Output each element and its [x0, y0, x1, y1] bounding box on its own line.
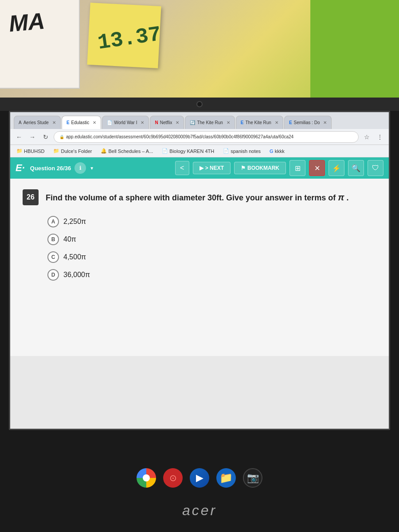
tab-kiterun1-close[interactable]: ✕	[227, 120, 230, 125]
lightning-icon: ⚡	[332, 164, 341, 172]
bookmark-kkkk[interactable]: G kkkk	[267, 148, 287, 155]
period: .	[346, 193, 348, 202]
tab-semilias-close[interactable]: ✕	[323, 120, 327, 125]
taskbar-folder-icon[interactable]: 📁	[216, 468, 236, 488]
bookmark-bell[interactable]: 🔔 Bell Schedules – A...	[98, 147, 156, 155]
taskbar-chrome-icon[interactable]	[137, 468, 156, 488]
bookmarks-bar: 📁 HBUHSD 📁 Dulce's Folder 🔔 Bell Schedul…	[10, 145, 389, 157]
tab-edulastic[interactable]: E Edulastic ✕	[62, 116, 101, 129]
tab-aeries[interactable]: A Aeries Stude ✕	[14, 116, 61, 129]
bookmark-bell-label: Bell Schedules – A...	[108, 149, 153, 154]
bookmark-hbuhsd[interactable]: 📁 HBUHSD	[14, 147, 47, 155]
tab-edulastic-icon: E	[66, 120, 70, 125]
taskbar-red-icon[interactable]: ⊙	[163, 468, 183, 488]
extensions-button[interactable]: ⋮	[375, 132, 385, 142]
taskbar-video-icon[interactable]: 📷	[243, 468, 262, 488]
video-icon-symbol: 📷	[247, 472, 259, 484]
back-button[interactable]: ←	[14, 132, 24, 142]
tab-kiterun2[interactable]: E The Kite Run ✕	[236, 116, 283, 129]
bookmark-dulce[interactable]: 📁 Dulce's Folder	[51, 147, 94, 155]
forward-button[interactable]: →	[27, 132, 38, 142]
tab-kiterun1[interactable]: 🔄 The Kite Run ✕	[185, 116, 235, 129]
next-icon: ▶	[200, 165, 203, 171]
tab-worldwar-close[interactable]: ✕	[141, 120, 144, 125]
option-b[interactable]: B 40π	[47, 234, 376, 245]
option-d-value: 36,000π	[63, 271, 90, 279]
tab-semilias-icon: E	[289, 120, 292, 125]
question-number: 26	[23, 189, 39, 205]
question-header: 26 Find the volume of a sphere with diam…	[23, 189, 376, 205]
laptop-bottom: ⊙ ▶ 📁 📷 acer	[0, 434, 399, 532]
tab-netflix-label: Netflix	[160, 120, 172, 125]
tab-aeries-icon: A	[19, 120, 22, 125]
tab-edulastic-close[interactable]: ✕	[93, 120, 96, 125]
option-d[interactable]: D 36,000π	[47, 269, 376, 281]
bookmark-spanish[interactable]: 📄 spanish notes	[220, 147, 263, 155]
tab-worldwar-label: World War I	[114, 120, 137, 125]
bookmark-dulce-label: Dulce's Folder	[61, 149, 92, 154]
camera	[196, 101, 203, 107]
laptop-bezel-top	[0, 98, 399, 111]
tab-semilias-label: Semilias : Do	[294, 120, 320, 125]
pi-symbol: π	[338, 192, 344, 202]
tab-netflix-icon: N	[155, 120, 158, 125]
bookmark-biology-icon: 📄	[162, 148, 168, 154]
folder-icon-symbol: 📁	[219, 472, 233, 484]
bookmark-button[interactable]: ⚑ BOOKMARK	[234, 162, 286, 174]
option-a[interactable]: A 2,250π	[47, 216, 376, 227]
tab-kiterun1-label: The Kite Run	[197, 120, 223, 125]
play-icon-symbol: ▶	[196, 472, 203, 484]
option-c-circle: C	[47, 251, 59, 263]
bookmark-bell-icon: 🔔	[101, 148, 107, 154]
next-button[interactable]: ▶ > NEXT	[193, 162, 231, 174]
question-counter: Question 26/36	[30, 165, 71, 172]
option-c-value: 4,500π	[63, 253, 86, 261]
search-button[interactable]: 🔍	[348, 160, 364, 176]
green-area	[310, 0, 399, 102]
info-button[interactable]: ℹ	[74, 162, 86, 174]
tab-worldwar[interactable]: 📄 World War I ✕	[102, 116, 149, 129]
bookmark-biology[interactable]: 📄 Biology KAREN 4TH	[159, 147, 217, 155]
reload-button[interactable]: ↻	[40, 132, 51, 142]
option-c-letter: C	[51, 254, 55, 260]
notebook: MA	[0, 0, 80, 89]
question-area: 26 Find the volume of a sphere with diam…	[10, 179, 389, 356]
lock-icon: 🔒	[59, 135, 64, 139]
tab-semilias[interactable]: E Semilias : Do ✕	[284, 116, 332, 129]
shield-button[interactable]: 🛡	[368, 160, 383, 176]
question-text-content: Find the volume of a sphere with diamete…	[46, 193, 336, 202]
bookmark-hbuhsd-icon: 📁	[16, 148, 23, 154]
tab-bar: A Aeries Stude ✕ E Edulastic ✕ 📄 World W…	[10, 112, 389, 129]
bookmark-biology-label: Biology KAREN 4TH	[169, 149, 214, 154]
close-button[interactable]: ✕	[309, 160, 325, 176]
bookmark-spanish-label: spanish notes	[231, 149, 261, 154]
bookmark-kkkk-icon: G	[270, 149, 274, 154]
taskbar-play-icon[interactable]: ▶	[190, 468, 209, 488]
url-text: app.edulastic.com/student/assessment/60c…	[66, 134, 293, 139]
red-icon-symbol: ⊙	[169, 473, 177, 483]
physical-background: MA 13.37	[0, 0, 399, 102]
url-bar-row: ← → ↻ 🔒 app.edulastic.com/student/assess…	[10, 129, 389, 145]
tab-kiterun2-close[interactable]: ✕	[275, 120, 278, 125]
option-c[interactable]: C 4,500π	[47, 251, 376, 263]
grid-button[interactable]: ⊞	[289, 160, 305, 176]
lightning-button[interactable]: ⚡	[329, 160, 344, 176]
acer-logo: acer	[182, 502, 217, 519]
tab-aeries-close[interactable]: ✕	[52, 120, 56, 125]
question-text: Find the volume of a sphere with diamete…	[46, 189, 348, 203]
bookmark-star-button[interactable]: ☆	[361, 132, 372, 142]
tab-netflix-close[interactable]: ✕	[176, 120, 179, 125]
tab-aeries-label: Aeries Stude	[23, 120, 49, 125]
url-bar[interactable]: 🔒 app.edulastic.com/student/assessment/6…	[54, 131, 359, 143]
bookmark-spanish-icon: 📄	[223, 148, 229, 154]
notebook-text: MA	[8, 8, 46, 37]
prev-button[interactable]: <	[175, 161, 189, 175]
chevron-down-icon[interactable]: ▼	[90, 166, 94, 171]
tab-netflix[interactable]: N Netflix ✕	[150, 116, 184, 129]
bookmark-dulce-icon: 📁	[53, 148, 59, 154]
browser-screen: A Aeries Stude ✕ E Edulastic ✕ 📄 World W…	[9, 111, 390, 430]
prev-icon: <	[180, 164, 184, 172]
tab-worldwar-icon: 📄	[107, 120, 112, 125]
option-a-value: 2,250π	[63, 218, 86, 226]
option-b-circle: B	[47, 234, 59, 245]
